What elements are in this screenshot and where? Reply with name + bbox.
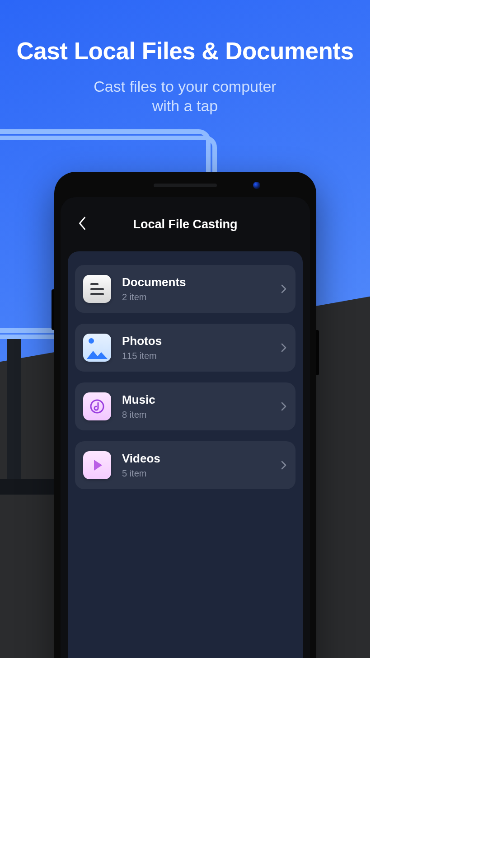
background-monitor-foot bbox=[0, 452, 54, 502]
music-icon bbox=[83, 392, 111, 420]
promo-headline: Cast Local Files & Documents bbox=[0, 37, 370, 65]
photo-icon bbox=[83, 334, 111, 362]
chevron-right-icon bbox=[280, 460, 287, 471]
row-text: Documents 2 item bbox=[122, 275, 280, 302]
app-body: Documents 2 item Photos 115 item bbox=[68, 251, 303, 658]
row-text: Photos 115 item bbox=[122, 334, 280, 361]
row-text: Videos 5 item bbox=[122, 452, 280, 479]
chevron-right-icon bbox=[280, 401, 287, 412]
row-videos[interactable]: Videos 5 item bbox=[75, 441, 296, 489]
promo-subhead-line2: with a tap bbox=[152, 97, 218, 114]
row-subtitle: 115 item bbox=[122, 351, 280, 361]
promo-subhead: Cast files to your computer with a tap bbox=[0, 77, 370, 115]
phone-camera bbox=[253, 182, 260, 189]
row-photos[interactable]: Photos 115 item bbox=[75, 324, 296, 372]
phone-screen: Local File Casting Documents 2 item bbox=[61, 197, 310, 658]
svg-point-0 bbox=[91, 400, 103, 413]
row-text: Music 8 item bbox=[122, 393, 280, 420]
play-icon bbox=[94, 460, 102, 471]
back-button[interactable] bbox=[69, 197, 96, 251]
chevron-right-icon bbox=[280, 283, 287, 294]
promo-subhead-line1: Cast files to your computer bbox=[94, 78, 276, 95]
document-icon bbox=[83, 275, 111, 303]
row-title: Documents bbox=[122, 275, 280, 289]
app-header: Local File Casting bbox=[61, 197, 310, 251]
mountain-icon bbox=[86, 349, 108, 359]
row-subtitle: 5 item bbox=[122, 468, 280, 479]
chevron-right-icon bbox=[280, 342, 287, 353]
row-title: Music bbox=[122, 393, 280, 407]
chevron-left-icon bbox=[77, 215, 87, 233]
video-icon bbox=[83, 451, 111, 479]
phone-earpiece bbox=[154, 184, 217, 187]
row-subtitle: 2 item bbox=[122, 292, 280, 302]
row-title: Photos bbox=[122, 334, 280, 348]
screen-title: Local File Casting bbox=[133, 217, 237, 231]
row-subtitle: 8 item bbox=[122, 410, 280, 420]
row-documents[interactable]: Documents 2 item bbox=[75, 265, 296, 313]
row-title: Videos bbox=[122, 452, 280, 466]
phone-frame: Local File Casting Documents 2 item bbox=[54, 172, 316, 658]
row-music[interactable]: Music 8 item bbox=[75, 382, 296, 430]
